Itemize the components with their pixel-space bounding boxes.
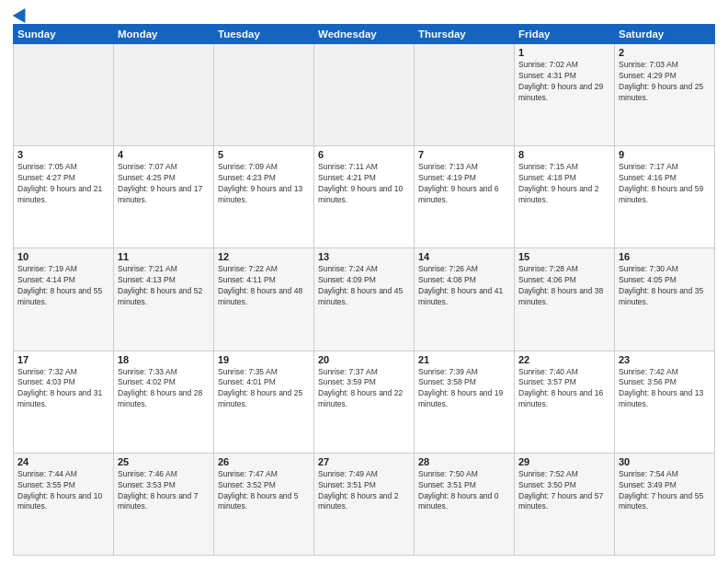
page: SundayMondayTuesdayWednesdayThursdayFrid… bbox=[0, 0, 728, 563]
day-info: Sunrise: 7:30 AM Sunset: 4:05 PM Dayligh… bbox=[619, 264, 711, 308]
calendar-cell: 26Sunrise: 7:47 AM Sunset: 3:52 PM Dayli… bbox=[214, 453, 314, 555]
calendar-cell: 4Sunrise: 7:07 AM Sunset: 4:25 PM Daylig… bbox=[114, 146, 214, 248]
col-header-saturday: Saturday bbox=[615, 25, 715, 44]
calendar-cell: 22Sunrise: 7:40 AM Sunset: 3:57 PM Dayli… bbox=[515, 350, 615, 453]
day-number: 18 bbox=[118, 354, 210, 365]
day-number: 28 bbox=[418, 456, 510, 467]
logo bbox=[13, 9, 29, 20]
day-number: 10 bbox=[17, 251, 109, 262]
calendar-week-5: 24Sunrise: 7:44 AM Sunset: 3:55 PM Dayli… bbox=[14, 453, 715, 555]
day-number: 1 bbox=[518, 47, 610, 58]
calendar-cell: 11Sunrise: 7:21 AM Sunset: 4:13 PM Dayli… bbox=[114, 248, 214, 350]
calendar-cell: 13Sunrise: 7:24 AM Sunset: 4:09 PM Dayli… bbox=[314, 248, 415, 350]
day-info: Sunrise: 7:33 AM Sunset: 4:02 PM Dayligh… bbox=[118, 367, 210, 411]
day-number: 13 bbox=[318, 251, 410, 262]
day-number: 11 bbox=[118, 251, 210, 262]
col-header-tuesday: Tuesday bbox=[214, 25, 314, 44]
day-info: Sunrise: 7:02 AM Sunset: 4:31 PM Dayligh… bbox=[518, 60, 610, 104]
calendar-week-1: 1Sunrise: 7:02 AM Sunset: 4:31 PM Daylig… bbox=[14, 44, 715, 146]
day-info: Sunrise: 7:26 AM Sunset: 4:08 PM Dayligh… bbox=[418, 264, 510, 308]
day-info: Sunrise: 7:50 AM Sunset: 3:51 PM Dayligh… bbox=[418, 469, 510, 513]
day-number: 25 bbox=[118, 456, 210, 467]
day-number: 27 bbox=[318, 456, 410, 467]
calendar-table: SundayMondayTuesdayWednesdayThursdayFrid… bbox=[13, 24, 715, 556]
calendar-cell: 19Sunrise: 7:35 AM Sunset: 4:01 PM Dayli… bbox=[214, 350, 314, 453]
calendar-cell bbox=[14, 44, 114, 146]
day-number: 21 bbox=[418, 354, 510, 365]
calendar-cell: 27Sunrise: 7:49 AM Sunset: 3:51 PM Dayli… bbox=[314, 453, 415, 555]
day-number: 3 bbox=[17, 149, 109, 160]
calendar-cell: 24Sunrise: 7:44 AM Sunset: 3:55 PM Dayli… bbox=[14, 453, 114, 555]
col-header-thursday: Thursday bbox=[415, 25, 515, 44]
calendar-cell: 25Sunrise: 7:46 AM Sunset: 3:53 PM Dayli… bbox=[114, 453, 214, 555]
logo-triangle-icon bbox=[13, 5, 32, 23]
day-number: 24 bbox=[17, 456, 109, 467]
day-info: Sunrise: 7:07 AM Sunset: 4:25 PM Dayligh… bbox=[118, 162, 210, 206]
day-number: 29 bbox=[518, 456, 610, 467]
calendar-cell: 15Sunrise: 7:28 AM Sunset: 4:06 PM Dayli… bbox=[515, 248, 615, 350]
calendar-cell: 1Sunrise: 7:02 AM Sunset: 4:31 PM Daylig… bbox=[515, 44, 615, 146]
day-info: Sunrise: 7:46 AM Sunset: 3:53 PM Dayligh… bbox=[118, 469, 210, 513]
day-number: 4 bbox=[118, 149, 210, 160]
day-info: Sunrise: 7:44 AM Sunset: 3:55 PM Dayligh… bbox=[17, 469, 109, 513]
day-number: 15 bbox=[518, 251, 610, 262]
day-number: 2 bbox=[619, 47, 711, 58]
calendar-week-4: 17Sunrise: 7:32 AM Sunset: 4:03 PM Dayli… bbox=[14, 350, 715, 453]
calendar-header-row: SundayMondayTuesdayWednesdayThursdayFrid… bbox=[14, 25, 715, 44]
calendar-cell: 21Sunrise: 7:39 AM Sunset: 3:58 PM Dayli… bbox=[415, 350, 515, 453]
calendar-cell: 30Sunrise: 7:54 AM Sunset: 3:49 PM Dayli… bbox=[615, 453, 715, 555]
day-number: 19 bbox=[218, 354, 310, 365]
day-number: 5 bbox=[218, 149, 310, 160]
day-info: Sunrise: 7:05 AM Sunset: 4:27 PM Dayligh… bbox=[17, 162, 109, 206]
day-info: Sunrise: 7:13 AM Sunset: 4:19 PM Dayligh… bbox=[418, 162, 510, 206]
day-number: 30 bbox=[619, 456, 711, 467]
calendar-cell: 8Sunrise: 7:15 AM Sunset: 4:18 PM Daylig… bbox=[515, 146, 615, 248]
col-header-friday: Friday bbox=[515, 25, 615, 44]
calendar-cell: 28Sunrise: 7:50 AM Sunset: 3:51 PM Dayli… bbox=[415, 453, 515, 555]
calendar-cell: 29Sunrise: 7:52 AM Sunset: 3:50 PM Dayli… bbox=[515, 453, 615, 555]
calendar-cell: 23Sunrise: 7:42 AM Sunset: 3:56 PM Dayli… bbox=[615, 350, 715, 453]
calendar-cell: 17Sunrise: 7:32 AM Sunset: 4:03 PM Dayli… bbox=[14, 350, 114, 453]
day-info: Sunrise: 7:03 AM Sunset: 4:29 PM Dayligh… bbox=[619, 60, 711, 104]
day-info: Sunrise: 7:40 AM Sunset: 3:57 PM Dayligh… bbox=[518, 367, 610, 411]
day-number: 17 bbox=[17, 354, 109, 365]
calendar-cell: 20Sunrise: 7:37 AM Sunset: 3:59 PM Dayli… bbox=[314, 350, 415, 453]
day-info: Sunrise: 7:15 AM Sunset: 4:18 PM Dayligh… bbox=[518, 162, 610, 206]
day-info: Sunrise: 7:11 AM Sunset: 4:21 PM Dayligh… bbox=[318, 162, 410, 206]
day-info: Sunrise: 7:49 AM Sunset: 3:51 PM Dayligh… bbox=[318, 469, 410, 513]
calendar-cell: 14Sunrise: 7:26 AM Sunset: 4:08 PM Dayli… bbox=[415, 248, 515, 350]
col-header-wednesday: Wednesday bbox=[314, 25, 415, 44]
calendar-cell bbox=[415, 44, 515, 146]
day-info: Sunrise: 7:09 AM Sunset: 4:23 PM Dayligh… bbox=[218, 162, 310, 206]
calendar-cell bbox=[214, 44, 314, 146]
day-number: 14 bbox=[418, 251, 510, 262]
day-number: 22 bbox=[518, 354, 610, 365]
calendar-week-2: 3Sunrise: 7:05 AM Sunset: 4:27 PM Daylig… bbox=[14, 146, 715, 248]
calendar-week-3: 10Sunrise: 7:19 AM Sunset: 4:14 PM Dayli… bbox=[14, 248, 715, 350]
day-number: 23 bbox=[619, 354, 711, 365]
day-number: 6 bbox=[318, 149, 410, 160]
day-info: Sunrise: 7:37 AM Sunset: 3:59 PM Dayligh… bbox=[318, 367, 410, 411]
calendar-cell: 18Sunrise: 7:33 AM Sunset: 4:02 PM Dayli… bbox=[114, 350, 214, 453]
day-info: Sunrise: 7:21 AM Sunset: 4:13 PM Dayligh… bbox=[118, 264, 210, 308]
day-number: 16 bbox=[619, 251, 711, 262]
day-info: Sunrise: 7:39 AM Sunset: 3:58 PM Dayligh… bbox=[418, 367, 510, 411]
day-info: Sunrise: 7:54 AM Sunset: 3:49 PM Dayligh… bbox=[619, 469, 711, 513]
calendar-cell: 12Sunrise: 7:22 AM Sunset: 4:11 PM Dayli… bbox=[214, 248, 314, 350]
calendar-cell: 7Sunrise: 7:13 AM Sunset: 4:19 PM Daylig… bbox=[415, 146, 515, 248]
calendar-cell: 3Sunrise: 7:05 AM Sunset: 4:27 PM Daylig… bbox=[14, 146, 114, 248]
calendar-cell bbox=[314, 44, 415, 146]
col-header-monday: Monday bbox=[114, 25, 214, 44]
calendar-cell: 2Sunrise: 7:03 AM Sunset: 4:29 PM Daylig… bbox=[615, 44, 715, 146]
day-info: Sunrise: 7:32 AM Sunset: 4:03 PM Dayligh… bbox=[17, 367, 109, 411]
day-info: Sunrise: 7:24 AM Sunset: 4:09 PM Dayligh… bbox=[318, 264, 410, 308]
calendar-cell bbox=[114, 44, 214, 146]
calendar-cell: 16Sunrise: 7:30 AM Sunset: 4:05 PM Dayli… bbox=[615, 248, 715, 350]
day-number: 12 bbox=[218, 251, 310, 262]
day-info: Sunrise: 7:47 AM Sunset: 3:52 PM Dayligh… bbox=[218, 469, 310, 513]
col-header-sunday: Sunday bbox=[14, 25, 114, 44]
day-info: Sunrise: 7:28 AM Sunset: 4:06 PM Dayligh… bbox=[518, 264, 610, 308]
day-number: 20 bbox=[318, 354, 410, 365]
day-info: Sunrise: 7:42 AM Sunset: 3:56 PM Dayligh… bbox=[619, 367, 711, 411]
day-info: Sunrise: 7:17 AM Sunset: 4:16 PM Dayligh… bbox=[619, 162, 711, 206]
